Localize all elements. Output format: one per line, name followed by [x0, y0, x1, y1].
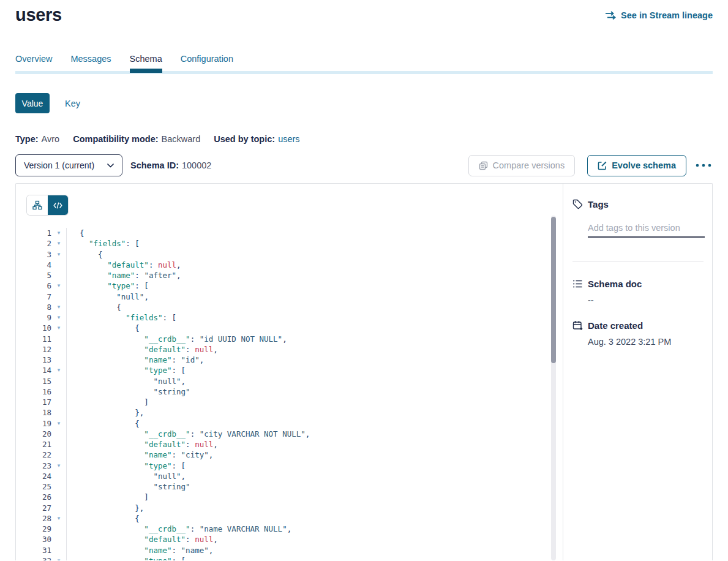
- line-number: 8: [27, 302, 51, 312]
- add-tags-input[interactable]: [588, 222, 705, 238]
- fold-spacer: [51, 292, 66, 302]
- date-created-value: Aug. 3 2022 3:21 PM: [588, 337, 704, 347]
- code-text: "name": "after",: [66, 270, 563, 280]
- edit-pencil-icon: [598, 161, 607, 170]
- tab-bar: OverviewMessagesSchemaConfiguration: [15, 54, 713, 71]
- fold-toggle-icon[interactable]: ▾: [51, 418, 66, 429]
- code-line: 32▾ "type": [: [27, 555, 563, 560]
- schema-doc-header: Schema doc: [572, 279, 704, 289]
- line-number: 25: [27, 481, 51, 492]
- code-text: },: [66, 407, 563, 418]
- fold-spacer: [51, 450, 66, 460]
- fold-spacer: [51, 344, 66, 355]
- fold-spacer: [51, 334, 66, 344]
- date-created-header: Date created: [572, 320, 704, 331]
- code-text: "default": null,: [66, 534, 563, 544]
- schema-code-panel: 1▾{2▾ "fields": [3▾ {4 "default": null,5…: [16, 184, 563, 560]
- tab-configuration[interactable]: Configuration: [181, 54, 233, 71]
- code-line: 19▾ {: [27, 418, 563, 429]
- code-line: 23▾ "type": [: [27, 461, 563, 471]
- copy-documents-icon: [479, 161, 488, 170]
- line-number: 21: [27, 439, 51, 450]
- fold-spacer: [51, 355, 66, 365]
- tabs-section: OverviewMessagesSchemaConfiguration: [15, 54, 713, 74]
- fold-toggle-icon[interactable]: ▾: [51, 228, 66, 238]
- code-line: 4 "default": null,: [27, 260, 563, 270]
- stream-lineage-icon: [605, 11, 617, 20]
- code-text: {: [66, 323, 563, 333]
- code-line: 9▾ "fields": [: [27, 312, 563, 323]
- topic-link[interactable]: users: [278, 134, 299, 144]
- fold-toggle-icon[interactable]: ▾: [51, 249, 66, 260]
- tab-schema[interactable]: Schema: [130, 54, 162, 71]
- viewer-mode-toggle: [27, 195, 68, 215]
- code-line: 14▾ "type": [: [27, 365, 563, 375]
- code-scrollbar-thumb[interactable]: [551, 217, 556, 363]
- code-line: 10▾ {: [27, 323, 563, 333]
- code-line: 21 "default": null,: [27, 439, 563, 450]
- see-in-stream-lineage-link[interactable]: See in Stream lineage: [605, 10, 713, 20]
- line-number: 1: [27, 228, 51, 238]
- evolve-schema-button[interactable]: Evolve schema: [587, 155, 686, 176]
- tab-underline-track: [15, 71, 713, 74]
- fold-toggle-icon[interactable]: ▾: [51, 461, 66, 471]
- tags-section-header: Tags: [572, 199, 704, 209]
- fold-toggle-icon[interactable]: ▾: [51, 302, 66, 312]
- fold-toggle-icon[interactable]: ▾: [51, 312, 66, 323]
- code-text: "fields": [: [66, 312, 563, 323]
- line-number: 32: [27, 555, 51, 560]
- code-text: "name": "city",: [66, 450, 563, 460]
- code-text: "name": "name",: [66, 545, 563, 555]
- tree-view-toggle-button[interactable]: [27, 195, 48, 215]
- key-toggle-button[interactable]: Key: [65, 99, 80, 108]
- code-scrollbar[interactable]: [551, 216, 556, 560]
- chevron-down-icon: [107, 164, 114, 168]
- schema-id: Schema ID:100002: [130, 160, 211, 170]
- code-line: 11 "__crdb__": "id UUID NOT NULL",: [27, 334, 563, 344]
- fold-spacer: [51, 429, 66, 439]
- line-number: 13: [27, 355, 51, 365]
- compare-versions-button[interactable]: Compare versions: [468, 155, 576, 176]
- code-text: "default": null,: [66, 439, 563, 450]
- line-number: 31: [27, 545, 51, 555]
- fold-spacer: [51, 397, 66, 407]
- fold-spacer: [51, 524, 66, 534]
- sidebar-divider: [572, 261, 704, 262]
- code-text: {: [66, 228, 563, 238]
- version-select[interactable]: Version 1 (current): [15, 154, 122, 176]
- code-line: 6▾ "type": [: [27, 280, 563, 291]
- code-line: 15 "null",: [27, 376, 563, 386]
- code-line: 13 "name": "id",: [27, 355, 563, 365]
- code-text: "type": [: [66, 280, 563, 291]
- fold-toggle-icon[interactable]: ▾: [51, 238, 66, 249]
- line-number: 29: [27, 524, 51, 534]
- fold-toggle-icon[interactable]: ▾: [51, 323, 66, 333]
- code-text: "null",: [66, 376, 563, 386]
- fold-toggle-icon[interactable]: ▾: [51, 365, 66, 375]
- line-number: 6: [27, 280, 51, 291]
- code-view-toggle-button[interactable]: [48, 195, 69, 215]
- more-options-button[interactable]: [694, 161, 713, 170]
- fold-toggle-icon[interactable]: ▾: [51, 555, 66, 560]
- tab-overview[interactable]: Overview: [15, 54, 52, 71]
- fold-toggle-icon[interactable]: ▾: [51, 513, 66, 524]
- tab-messages[interactable]: Messages: [70, 54, 111, 71]
- page-title: users: [15, 5, 62, 25]
- code-view-icon: [53, 201, 62, 209]
- fold-spacer: [51, 534, 66, 544]
- line-number: 10: [27, 323, 51, 333]
- compatibility-value: Backward: [162, 134, 201, 144]
- value-toggle-button[interactable]: Value: [15, 93, 50, 113]
- code-line: 3▾ {: [27, 249, 563, 260]
- schema-meta: Type:Avro Compatibility mode:Backward Us…: [15, 134, 713, 144]
- list-icon: [572, 279, 583, 289]
- code-text: "default": null,: [66, 344, 563, 355]
- code-line: 27 },: [27, 503, 563, 513]
- schema-page: users See in Stream lineage OverviewMess…: [0, 5, 728, 560]
- code-text: ]: [66, 397, 563, 407]
- code-line: 18 },: [27, 407, 563, 418]
- compatibility-meta: Compatibility mode:Backward: [73, 134, 200, 144]
- code-text: "null",: [66, 292, 563, 302]
- line-number: 22: [27, 450, 51, 460]
- fold-toggle-icon[interactable]: ▾: [51, 280, 66, 291]
